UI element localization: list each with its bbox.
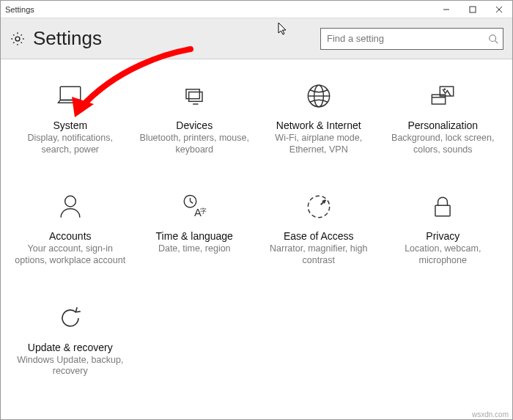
search-icon: [488, 34, 498, 44]
header: Settings: [1, 18, 512, 59]
laptop-icon: [54, 80, 86, 112]
settings-window: Settings Settings: [0, 0, 513, 420]
tile-title: Ease of Access: [284, 230, 354, 242]
ease-of-access-icon: [303, 191, 335, 223]
tile-title: System: [53, 119, 87, 131]
devices-icon: [178, 80, 210, 112]
svg-text:字: 字: [201, 207, 207, 215]
svg-rect-9: [186, 89, 199, 99]
close-button[interactable]: [486, 1, 512, 18]
watermark: wsxdn.com: [472, 410, 509, 419]
tile-title: Privacy: [426, 230, 460, 242]
minimize-button[interactable]: [433, 1, 460, 18]
svg-rect-1: [470, 7, 476, 12]
svg-rect-25: [435, 205, 450, 216]
tile-title: Personalization: [407, 119, 478, 131]
tile-system[interactable]: System Display, notifications, search, p…: [11, 80, 130, 155]
header-left: Settings: [10, 27, 102, 50]
window-controls: [433, 1, 512, 18]
tile-desc: Narrator, magnifier, high contrast: [262, 243, 375, 266]
tile-privacy[interactable]: Privacy Location, webcam, microphone: [384, 191, 503, 266]
search-input[interactable]: [321, 29, 503, 49]
tile-desc: Bluetooth, printers, mouse, keyboard: [139, 133, 251, 155]
svg-point-18: [64, 196, 75, 207]
tile-desc: Display, notifications, search, power: [14, 133, 127, 155]
tile-devices[interactable]: Devices Bluetooth, printers, mouse, keyb…: [136, 80, 254, 155]
gear-icon: [10, 31, 26, 47]
globe-icon: [303, 80, 335, 112]
person-icon: [54, 191, 86, 223]
tile-update-recovery[interactable]: Update & recovery Windows Update, backup…: [11, 302, 130, 377]
svg-rect-8: [189, 92, 202, 102]
content-area: System Display, notifications, search, p…: [1, 59, 512, 419]
svg-point-5: [490, 34, 496, 41]
tile-accounts[interactable]: Accounts Your account, sign-in options, …: [11, 191, 130, 266]
svg-line-21: [191, 202, 193, 204]
update-icon: [54, 302, 86, 334]
tile-network[interactable]: Network & Internet Wi-Fi, airplane mode,…: [259, 80, 378, 155]
tile-title: Devices: [176, 119, 213, 131]
tile-desc: Date, time, region: [158, 243, 231, 255]
titlebar: Settings: [1, 1, 512, 18]
page-title: Settings: [33, 27, 102, 50]
svg-rect-7: [60, 86, 81, 100]
svg-point-15: [444, 88, 446, 90]
tile-desc: Your account, sign-in options, workplace…: [14, 243, 127, 266]
tile-desc: Background, lock screen, colors, sounds: [387, 133, 500, 155]
maximize-button[interactable]: [460, 1, 486, 18]
time-language-icon: A 字: [178, 191, 210, 223]
window-title: Settings: [5, 5, 34, 14]
tile-desc: Location, webcam, microphone: [387, 243, 500, 266]
tile-title: Update & recovery: [28, 342, 113, 353]
svg-point-4: [15, 37, 20, 41]
tile-title: Network & Internet: [276, 119, 361, 131]
tile-time-language[interactable]: A 字 Time & language Date, time, region: [136, 191, 254, 266]
svg-point-24: [308, 196, 329, 218]
svg-line-6: [495, 40, 498, 43]
tile-desc: Wi-Fi, airplane mode, Ethernet, VPN: [262, 133, 375, 155]
tile-personalization[interactable]: Personalization Background, lock screen,…: [384, 80, 503, 155]
tile-ease-of-access[interactable]: Ease of Access Narrator, magnifier, high…: [259, 191, 378, 266]
tile-title: Time & language: [156, 230, 233, 242]
lock-icon: [427, 191, 459, 223]
personalization-icon: [427, 80, 459, 112]
category-grid: System Display, notifications, search, p…: [11, 80, 502, 377]
tile-desc: Windows Update, backup, recovery: [14, 355, 127, 377]
search-input-wrapper[interactable]: [320, 28, 503, 50]
tile-title: Accounts: [49, 230, 92, 242]
